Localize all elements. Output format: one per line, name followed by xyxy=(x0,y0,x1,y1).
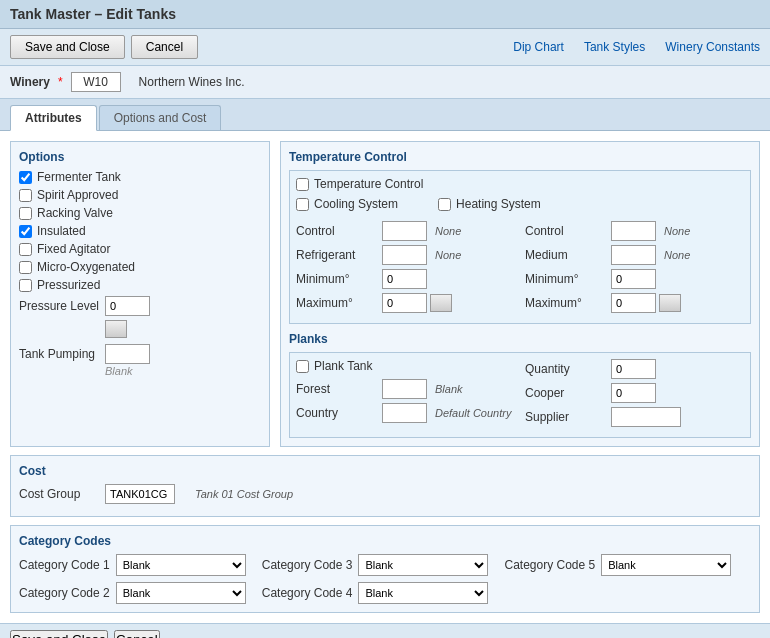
temp-refrigerant-input[interactable] xyxy=(382,245,427,265)
checkbox-cooling-system: Cooling System xyxy=(296,197,398,211)
temp-medium-row: Medium None xyxy=(525,245,744,265)
cat-item-2: Category Code 2 Blank xyxy=(19,582,246,604)
temp-control-right-input[interactable] xyxy=(611,221,656,241)
spirit-approved-label: Spirit Approved xyxy=(37,188,118,202)
options-title: Options xyxy=(19,150,261,164)
temp-medium-label: Medium xyxy=(525,248,605,262)
cat-select-2[interactable]: Blank xyxy=(116,582,246,604)
temp-refrigerant-value: None xyxy=(435,249,461,261)
spirit-approved-checkbox[interactable] xyxy=(19,189,32,202)
plank-tank-label: Plank Tank xyxy=(314,359,372,373)
tabs-bar: Attributes Options and Cost xyxy=(0,99,770,131)
planks-supplier-label: Supplier xyxy=(525,410,605,424)
micro-oxygenated-label: Micro-Oxygenated xyxy=(37,260,135,274)
insulated-label: Insulated xyxy=(37,224,86,238)
cooling-system-label: Cooling System xyxy=(314,197,398,211)
cancel-button-top[interactable]: Cancel xyxy=(131,35,198,59)
winery-code: W10 xyxy=(71,72,121,92)
planks-forest-label: Forest xyxy=(296,382,376,396)
temperature-control-checkbox[interactable] xyxy=(296,178,309,191)
page-title: Tank Master – Edit Tanks xyxy=(10,6,176,22)
planks-wrapper: Planks Plank Tank Forest Blank xyxy=(289,332,751,438)
fermenter-tank-checkbox[interactable] xyxy=(19,171,32,184)
winery-constants-link[interactable]: Winery Constants xyxy=(665,40,760,54)
cat-label-1: Category Code 1 xyxy=(19,558,110,572)
temp-control-left-row: Control None xyxy=(296,221,515,241)
planks-quantity-input[interactable] xyxy=(611,359,656,379)
planks-forest-row: Forest Blank xyxy=(296,379,515,399)
temp-max-right-input[interactable] xyxy=(611,293,656,313)
micro-oxygenated-checkbox[interactable] xyxy=(19,261,32,274)
cat-select-4[interactable]: Blank xyxy=(358,582,488,604)
temp-max-right-btn[interactable] xyxy=(659,294,681,312)
cancel-button-bottom[interactable]: Cancel xyxy=(114,630,160,638)
temperature-control-label: Temperature Control xyxy=(314,177,423,191)
title-bar: Tank Master – Edit Tanks xyxy=(0,0,770,29)
checkbox-temperature-control: Temperature Control xyxy=(296,177,744,191)
winery-name: Northern Wines Inc. xyxy=(139,75,245,89)
temp-min-right-row: Minimum° xyxy=(525,269,744,289)
pressurized-checkbox[interactable] xyxy=(19,279,32,292)
planks-country-input[interactable] xyxy=(382,403,427,423)
racking-valve-checkbox[interactable] xyxy=(19,207,32,220)
tank-styles-link[interactable]: Tank Styles xyxy=(584,40,645,54)
cat-select-3[interactable]: Blank xyxy=(358,554,488,576)
plank-tank-checkbox[interactable] xyxy=(296,360,309,373)
temp-control-left-input[interactable] xyxy=(382,221,427,241)
heating-system-checkbox[interactable] xyxy=(438,198,451,211)
temp-left-col: Control None Refrigerant None Minimum° xyxy=(296,221,515,317)
temp-min-left-label: Minimum° xyxy=(296,272,376,286)
cat-item-3: Category Code 3 Blank xyxy=(262,554,489,576)
planks-supplier-input[interactable] xyxy=(611,407,681,427)
temp-max-left-row-inner xyxy=(382,293,452,313)
tank-pumping-label: Tank Pumping xyxy=(19,347,99,361)
winery-required: * xyxy=(58,75,63,89)
cat-row-1: Category Code 1 Blank Category Code 3 Bl… xyxy=(19,554,751,576)
temp-max-right-row: Maximum° xyxy=(525,293,744,313)
cat-row-2: Category Code 2 Blank Category Code 4 Bl… xyxy=(19,582,751,604)
temp-medium-input[interactable] xyxy=(611,245,656,265)
cat-label-3: Category Code 3 xyxy=(262,558,353,572)
checkbox-pressurized: Pressurized xyxy=(19,278,261,292)
temp-medium-value: None xyxy=(664,249,690,261)
tank-pumping-input[interactable] xyxy=(105,344,150,364)
temp-max-left-row: Maximum° xyxy=(296,293,515,313)
cat-select-1[interactable]: Blank xyxy=(116,554,246,576)
insulated-checkbox[interactable] xyxy=(19,225,32,238)
cooling-system-checkbox[interactable] xyxy=(296,198,309,211)
pressurized-label: Pressurized xyxy=(37,278,100,292)
tab-options-and-cost[interactable]: Options and Cost xyxy=(99,105,222,130)
temp-right-col: Control None Medium None Minimum° xyxy=(525,221,744,317)
save-and-close-button-bottom[interactable]: Save and Close xyxy=(10,630,108,638)
planks-cooper-row: Cooper xyxy=(525,383,744,403)
temp-max-left-label: Maximum° xyxy=(296,296,376,310)
cost-group-description: Tank 01 Cost Group xyxy=(195,488,293,500)
planks-supplier-row: Supplier xyxy=(525,407,744,427)
temp-max-left-btn[interactable] xyxy=(430,294,452,312)
pressure-level-input[interactable] xyxy=(105,296,150,316)
temp-control-left-label: Control xyxy=(296,224,376,238)
cat-label-4: Category Code 4 xyxy=(262,586,353,600)
temp-min-left-input[interactable] xyxy=(382,269,427,289)
dip-chart-link[interactable]: Dip Chart xyxy=(513,40,564,54)
category-codes-title: Category Codes xyxy=(19,534,751,548)
planks-forest-value: Blank xyxy=(435,383,463,395)
cost-group-input[interactable] xyxy=(105,484,175,504)
temp-control-right-label: Control xyxy=(525,224,605,238)
temp-min-right-input[interactable] xyxy=(611,269,656,289)
planks-quantity-row: Quantity xyxy=(525,359,744,379)
fermenter-tank-label: Fermenter Tank xyxy=(37,170,121,184)
cost-title: Cost xyxy=(19,464,751,478)
pressure-level-picker-button[interactable] xyxy=(105,320,127,338)
options-section: Options Fermenter Tank Spirit Approved R… xyxy=(10,141,270,447)
planks-cooper-input[interactable] xyxy=(611,383,656,403)
fixed-agitator-checkbox[interactable] xyxy=(19,243,32,256)
temp-max-left-input[interactable] xyxy=(382,293,427,313)
planks-forest-input[interactable] xyxy=(382,379,427,399)
pressure-level-label: Pressure Level xyxy=(19,299,99,313)
cat-label-2: Category Code 2 xyxy=(19,586,110,600)
tab-attributes[interactable]: Attributes xyxy=(10,105,97,131)
cat-select-5[interactable]: Blank xyxy=(601,554,731,576)
save-and-close-button-top[interactable]: Save and Close xyxy=(10,35,125,59)
winery-bar: Winery * W10 Northern Wines Inc. xyxy=(0,66,770,99)
